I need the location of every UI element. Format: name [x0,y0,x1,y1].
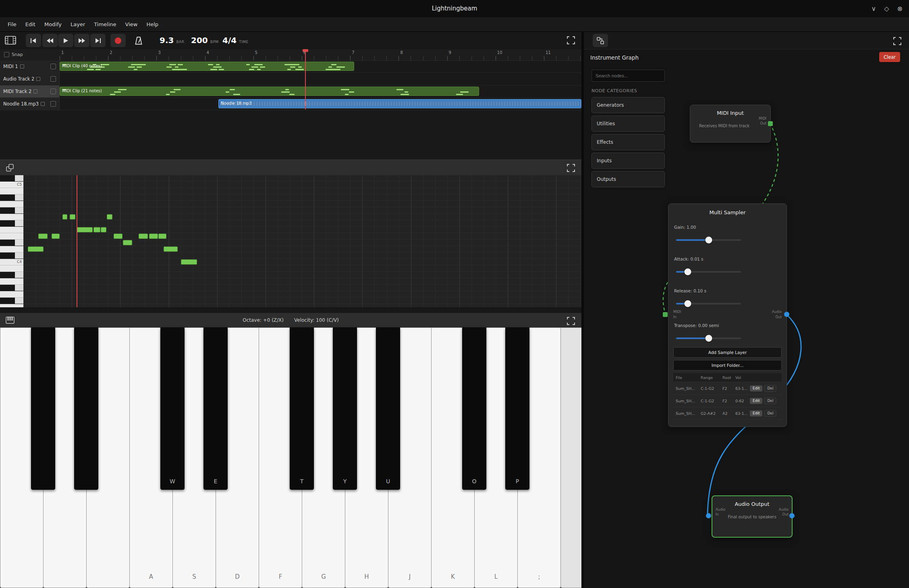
graph-icon-button[interactable] [593,34,608,47]
midi-note[interactable] [139,234,148,239]
black-key-row[interactable] [0,272,23,278]
snap-control[interactable]: Snap [4,52,23,57]
white-key-row[interactable] [0,233,23,240]
search-input[interactable] [591,70,665,82]
param-slider[interactable] [676,271,741,273]
clear-button[interactable]: Clear [879,52,900,62]
white-key-row[interactable]: C5 [0,182,23,188]
menu-help[interactable]: Help [142,21,163,27]
close-button[interactable]: ⊗ [897,5,903,12]
menu-edit[interactable]: Edit [21,21,40,27]
category-outputs[interactable]: Outputs [591,171,665,187]
menu-file[interactable]: File [3,21,21,27]
black-key-t[interactable]: T [290,327,314,490]
black-key-row[interactable] [0,240,23,246]
black-key[interactable] [31,327,55,490]
track-checkbox[interactable] [50,76,56,82]
audio-clip[interactable]: Noodle 18.mp3 [218,99,581,108]
white-key[interactable] [560,327,581,588]
white-key-row[interactable] [0,291,23,298]
category-utilities[interactable]: Utilities [591,116,665,132]
keyboard-expand-button[interactable] [566,316,576,326]
slider-knob[interactable] [684,300,691,307]
midi-note[interactable] [114,234,122,239]
slider-knob[interactable] [684,269,691,275]
slider-knob[interactable] [705,335,712,342]
midi-note[interactable] [93,227,100,232]
track-header[interactable]: Audio Track 2 [0,73,60,85]
audio-out-port[interactable] [784,312,789,317]
category-inputs[interactable]: Inputs [591,153,665,169]
midi-clip[interactable]: MIDI Clip (40 notes) [60,62,354,71]
audio-in-port[interactable] [706,513,711,518]
param-slider[interactable] [676,239,741,241]
skip-start-button[interactable] [26,34,41,47]
delete-sample-button[interactable]: Del [764,385,776,392]
black-key-o[interactable]: O [462,327,486,490]
midi-note[interactable] [149,234,158,239]
black-key-u[interactable]: U [376,327,400,490]
skip-end-button[interactable] [90,34,106,47]
audio-out-port[interactable] [789,513,795,518]
black-key-row[interactable] [0,298,23,304]
edit-sample-button[interactable]: Edit [750,398,762,404]
maximize-button[interactable]: ◇ [884,5,889,12]
black-key-y[interactable]: Y [333,327,357,490]
midi-clip[interactable]: MIDI Clip (21 notes) [60,87,479,96]
white-key-row[interactable] [0,304,23,307]
metronome-button[interactable] [131,34,146,47]
track-header[interactable]: MIDI Track 2 [0,85,60,97]
fast-forward-button[interactable] [74,34,89,47]
menu-layer[interactable]: Layer [66,21,89,27]
track-lane[interactable] [60,73,581,85]
midi-note[interactable] [52,234,60,239]
white-key-row[interactable] [0,201,23,207]
piano-roll-grid[interactable] [23,175,581,307]
midi-note[interactable] [181,259,197,265]
black-key-row[interactable] [0,195,23,201]
record-button[interactable] [110,34,126,47]
import-folder-button[interactable]: Import Folder... [673,360,782,371]
edit-sample-button[interactable]: Edit [750,385,762,391]
rewind-button[interactable] [42,34,58,47]
midi-note[interactable] [158,234,166,239]
white-key-row[interactable] [0,265,23,272]
param-slider[interactable] [676,303,741,304]
track-lane[interactable]: MIDI Clip (40 notes) [60,60,581,72]
slider-knob[interactable] [705,237,712,244]
black-key-row[interactable] [0,220,23,227]
midi-note[interactable] [38,234,48,239]
black-key-row[interactable] [0,207,23,214]
black-key-w[interactable]: W [160,327,185,490]
track-checkbox[interactable] [50,101,56,107]
timeline-ruler[interactable]: Snap 1234567891011 [0,49,581,61]
param-slider[interactable] [676,337,741,339]
midi-note[interactable] [164,246,178,252]
menu-modify[interactable]: Modify [40,21,66,27]
node-midi-input[interactable]: MIDI Input Receives MIDI from track MIDI… [690,105,771,143]
white-key-row[interactable] [0,227,23,233]
midi-note[interactable] [62,214,67,219]
midi-note[interactable] [70,214,75,219]
delete-sample-button[interactable]: Del [764,398,776,404]
white-key-row[interactable] [0,214,23,220]
node-multi-sampler[interactable]: Multi Sampler MIDI In Audio Out Add Samp… [668,203,787,427]
piano-roll-expand-button[interactable] [566,163,576,173]
black-key-row[interactable] [0,175,23,182]
category-effects[interactable]: Effects [591,134,665,150]
white-key-row[interactable] [0,278,23,285]
midi-note[interactable] [28,246,44,252]
node-audio-output[interactable]: Audio Output Final output to speakers Au… [712,495,793,538]
piano-roll-keybed[interactable]: C5C4 [0,175,23,307]
midi-note[interactable] [101,227,106,232]
edit-sample-button[interactable]: Edit [750,410,762,416]
midi-out-port[interactable] [768,121,773,126]
graph-expand-button[interactable] [892,36,903,46]
white-key-row[interactable]: C4 [0,259,23,265]
play-button[interactable] [58,34,73,47]
black-key-row[interactable] [0,285,23,291]
track-checkbox[interactable] [50,89,56,94]
midi-note[interactable] [77,227,93,232]
white-key-row[interactable] [0,246,23,253]
category-generators[interactable]: Generators [591,97,665,113]
